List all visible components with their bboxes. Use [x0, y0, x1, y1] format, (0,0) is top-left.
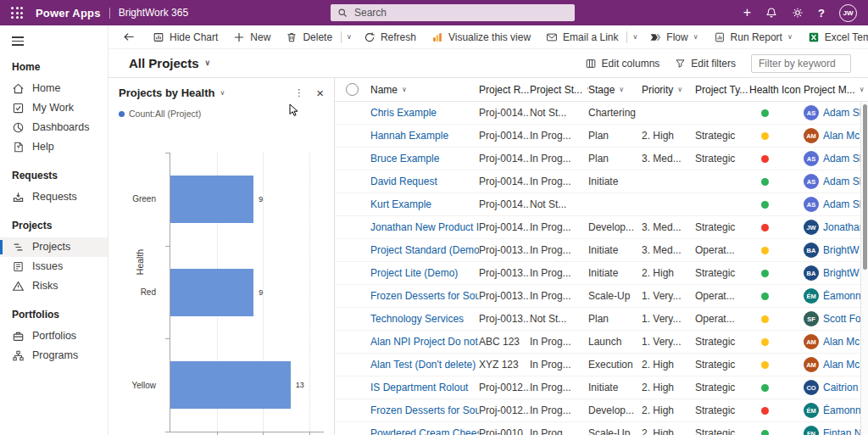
table-row[interactable]: Project Lite (Demo)Proj-0013...In Prog..… — [335, 262, 868, 285]
settings-gear-icon[interactable] — [792, 7, 804, 19]
project-name-link[interactable]: David Request — [370, 176, 479, 187]
project-name-link[interactable]: Alan NPI Project Do not D... — [370, 336, 479, 348]
pm-name-link[interactable]: BrightW — [823, 244, 860, 256]
search-input[interactable] — [353, 6, 539, 20]
sidebar-item-requests[interactable]: Requests — [0, 187, 108, 207]
table-row[interactable]: David RequestProj-0014...In Prog...Initi… — [335, 170, 868, 193]
sidebar-collapse-icon[interactable] — [0, 25, 108, 46]
chart-close-icon[interactable]: × — [316, 86, 324, 99]
health-cell — [749, 361, 804, 369]
pm-name-link[interactable]: BrightW — [823, 267, 860, 279]
column-header-name[interactable]: Name∨ — [370, 84, 479, 96]
sidebar-item-projects[interactable]: Projects — [0, 237, 108, 257]
view-selector[interactable]: All Projects ∨ — [129, 56, 210, 70]
filter-keyword-input[interactable] — [751, 54, 851, 73]
command-email-a-link[interactable]: Email a Link — [538, 25, 626, 48]
sidebar-item-dashboards[interactable]: Dashboards — [0, 118, 108, 137]
vertical-scrollbar[interactable] — [860, 102, 868, 435]
command-email-a-link-dropdown[interactable]: ∨ — [628, 34, 642, 41]
table-row[interactable]: Project Standard (Demo)Proj-0013...In Pr… — [335, 239, 868, 262]
pm-name-link[interactable]: Éamonn — [823, 290, 861, 302]
select-all-checkbox[interactable] — [346, 83, 359, 96]
user-avatar[interactable]: JW — [839, 4, 857, 22]
table-row[interactable]: Alan NPI Project Do not D...ABC 123In Pr… — [335, 331, 868, 354]
project-name-link[interactable]: Alan Test (Don't delete) — [370, 359, 479, 371]
edit-filters-button[interactable]: Edit filters — [675, 58, 736, 70]
table-row[interactable]: IS Department RoloutProj-0012...In Prog.… — [335, 376, 868, 399]
command-hide-chart[interactable]: Hide Chart — [145, 25, 225, 48]
table-row[interactable]: Kurt ExampleProj-0014...Not St...ASAdam … — [335, 193, 868, 216]
sidebar-item-issues[interactable]: Issues — [0, 257, 108, 276]
column-header-project-r[interactable]: Project R...∨ — [479, 84, 530, 96]
command-excel-templates[interactable]: Excel Templates∨ — [800, 25, 868, 48]
global-search[interactable] — [331, 4, 575, 21]
pm-name-link[interactable]: Alan Mc — [823, 336, 860, 348]
table-row[interactable]: Technology ServicesProj-0013...Not St...… — [335, 308, 868, 331]
project-name-link[interactable]: Project Standard (Demo) — [370, 244, 479, 256]
sidebar-item-home[interactable]: Home — [0, 79, 108, 98]
project-ref: Proj-0013... — [479, 290, 530, 302]
table-row[interactable]: Alan Test (Don't delete)XYZ 123In Prog..… — [335, 354, 868, 376]
pm-avatar: AM — [804, 128, 819, 143]
pm-name-link[interactable]: Scott Fo — [823, 313, 861, 325]
sidebar-item-label: Home — [32, 82, 60, 94]
back-button[interactable] — [114, 31, 145, 43]
command-run-report[interactable]: Run Report∨ — [706, 25, 800, 48]
help-icon[interactable]: ? — [818, 7, 825, 20]
project-manager-cell: BABrightW — [804, 265, 868, 281]
table-row[interactable]: Hannah ExampleProj-0014...In Prog...Plan… — [335, 125, 868, 148]
column-header-priority[interactable]: Priority∨ — [642, 84, 695, 96]
column-header-stage[interactable]: Stage∨ — [588, 84, 642, 96]
table-row[interactable]: Chris ExampleProj-0014...Not St...Charte… — [335, 102, 868, 125]
project-name-link[interactable]: Hannah Example — [370, 130, 479, 142]
pm-name-link[interactable]: Adam Sl — [823, 153, 861, 165]
table-row[interactable]: Powdered Cream CheeseProj-0010...In Prog… — [335, 422, 868, 435]
sidebar-item-portfolios[interactable]: Portfolios — [0, 326, 108, 346]
command-delete[interactable]: Delete — [278, 25, 340, 48]
project-name-link[interactable]: Chris Example — [370, 107, 479, 119]
sidebar-item-my-work[interactable]: My Work — [0, 98, 108, 118]
project-name-link[interactable]: Kurt Example — [370, 198, 479, 210]
command-delete-dropdown[interactable]: ∨ — [342, 34, 356, 41]
project-name-link[interactable]: Frozen Desserts for South... — [370, 290, 479, 302]
sidebar-item-risks[interactable]: Risks — [0, 276, 108, 296]
waffle-menu-icon[interactable] — [11, 7, 23, 19]
scrollbar-thumb[interactable] — [863, 104, 867, 270]
command-refresh[interactable]: Refresh — [356, 25, 424, 48]
project-name-link[interactable]: Technology Services — [370, 313, 479, 325]
pm-name-link[interactable]: Éamonn — [823, 404, 861, 416]
table-row[interactable]: Frozen Desserts for South...Proj-0013...… — [335, 285, 868, 308]
pm-name-link[interactable]: Alan Mc — [823, 130, 860, 142]
project-name-link[interactable]: Powdered Cream Cheese — [370, 427, 479, 435]
sidebar-item-programs[interactable]: Programs — [0, 346, 108, 365]
command-new[interactable]: New — [225, 25, 278, 48]
project-name-link[interactable]: Project Lite (Demo) — [370, 267, 479, 279]
project-name-link[interactable]: Frozen Desserts for South... — [370, 404, 479, 416]
column-header-health-icon[interactable]: Health Icon∨ — [749, 84, 804, 96]
chart-title[interactable]: Projects by Health — [119, 86, 214, 99]
edit-columns-button[interactable]: Edit columns — [585, 58, 660, 70]
table-row[interactable]: Bruce ExampleProj-0014...In Prog...Plan3… — [335, 148, 868, 170]
project-name-link[interactable]: Bruce Example — [370, 153, 479, 165]
command-visualize-this-view[interactable]: Visualize this view — [424, 25, 538, 48]
pm-name-link[interactable]: Fintan N — [823, 427, 861, 435]
column-header-project-st[interactable]: Project St...∨ — [530, 84, 588, 96]
table-row[interactable]: Jonathan New Product Int...Proj-0014...I… — [335, 216, 868, 239]
pm-name-link[interactable]: Adam Sl — [823, 198, 861, 210]
pm-name-link[interactable]: Adam Sl — [823, 176, 861, 187]
table-row[interactable]: Frozen Desserts for South...Proj-0012...… — [335, 399, 868, 422]
column-header-project-ty[interactable]: Project Ty...∨ — [695, 84, 749, 96]
pm-name-link[interactable]: Jonathan — [823, 221, 865, 233]
chart-more-icon[interactable]: ⋮ — [294, 88, 303, 98]
quick-create-icon[interactable]: + — [743, 6, 751, 20]
sidebar-item-help[interactable]: Help — [0, 137, 108, 157]
pm-avatar: BA — [804, 243, 819, 258]
notifications-icon[interactable] — [765, 7, 777, 19]
project-name-link[interactable]: IS Department Rolout — [370, 382, 479, 393]
project-name-link[interactable]: Jonathan New Product Int... — [370, 221, 479, 233]
command-flow[interactable]: Flow∨ — [642, 25, 705, 48]
pm-name-link[interactable]: Alan Mc — [823, 359, 860, 371]
pm-name-link[interactable]: Caitrion — [823, 382, 858, 393]
pm-name-link[interactable]: Adam Sl — [823, 107, 861, 119]
column-header-project-m[interactable]: Project M...∨ — [804, 84, 868, 96]
